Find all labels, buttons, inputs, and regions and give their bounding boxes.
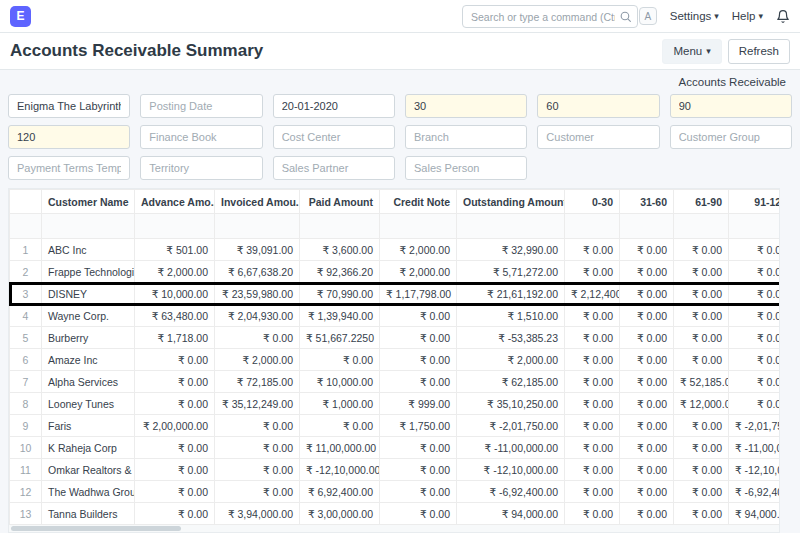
table-row[interactable]: 6Amaze Inc₹ 0.00₹ 2,000.00₹ 0.00₹ 0.00₹ … [10, 349, 781, 371]
table-row[interactable]: 4Wayne Corp.₹ 63,480.00₹ 2,04,930.00₹ 1,… [10, 305, 781, 327]
row-index[interactable]: 10 [10, 437, 42, 459]
notifications-bell-icon[interactable] [776, 9, 790, 24]
amount-cell[interactable]: ₹ 63,480.00 [135, 305, 215, 327]
amount-cell[interactable]: ₹ 0.00 [380, 305, 457, 327]
filter-payment-terms-template-input[interactable] [8, 156, 130, 180]
customer-name-cell[interactable]: ABC Inc [42, 239, 135, 261]
amount-cell[interactable]: ₹ 0.00 [620, 371, 674, 393]
amount-cell[interactable]: ₹ 0.00 [565, 393, 620, 415]
search-input[interactable] [462, 5, 638, 28]
row-index[interactable]: 2 [10, 261, 42, 283]
amount-cell[interactable]: ₹ 0.00 [674, 239, 729, 261]
row-index[interactable]: 9 [10, 415, 42, 437]
table-row[interactable]: 12The Wadhwa Group₹ 0.00₹ 0.00₹ 6,92,400… [10, 481, 781, 503]
row-index[interactable]: 11 [10, 459, 42, 481]
amount-cell[interactable]: ₹ 0.00 [215, 481, 300, 503]
amount-cell[interactable]: ₹ 1,000.00 [300, 393, 380, 415]
amount-cell[interactable]: ₹ 0.00 [729, 261, 781, 283]
amount-cell[interactable]: ₹ 11,00,000.00 [300, 437, 380, 459]
amount-cell[interactable]: ₹ 0.00 [565, 415, 620, 437]
amount-cell[interactable]: ₹ 0.00 [620, 239, 674, 261]
amount-cell[interactable]: ₹ 3,00,000.00 [300, 503, 380, 525]
amount-cell[interactable]: ₹ 0.00 [620, 481, 674, 503]
table-row[interactable]: 11Omkar Realtors & D...₹ 0.00₹ 0.00₹ -12… [10, 459, 781, 481]
amount-cell[interactable]: ₹ 0.00 [565, 327, 620, 349]
column-filter-cell[interactable] [42, 214, 135, 239]
filter-sales-partner-input[interactable] [273, 156, 395, 180]
filter-cost-center-input[interactable] [273, 125, 395, 149]
filter-customer-group-input[interactable] [670, 125, 792, 149]
amount-cell[interactable]: ₹ 0.00 [135, 371, 215, 393]
table-row[interactable]: 5Burberry₹ 1,718.00₹ 0.00₹ 51,667.2250₹ … [10, 327, 781, 349]
amount-cell[interactable]: ₹ -53,385.23 [457, 327, 565, 349]
amount-cell[interactable]: ₹ 2,000.00 [457, 349, 565, 371]
amount-cell[interactable]: ₹ -2,01,750.00 [729, 415, 781, 437]
amount-cell[interactable]: ₹ 0.00 [620, 261, 674, 283]
customer-name-cell[interactable]: Omkar Realtors & D... [42, 459, 135, 481]
filter-ageing-range-2-input[interactable] [537, 94, 659, 118]
customer-name-cell[interactable]: Frappe Technologies [42, 261, 135, 283]
amount-cell[interactable]: ₹ 1,39,940.00 [300, 305, 380, 327]
amount-cell[interactable]: ₹ 2,12,400.00 [565, 283, 620, 305]
column-header-outstanding-amount[interactable]: Outstanding Amount [457, 190, 565, 214]
amount-cell[interactable]: ₹ 0.00 [135, 349, 215, 371]
row-index[interactable]: 8 [10, 393, 42, 415]
amount-cell[interactable]: ₹ 0.00 [135, 503, 215, 525]
amount-cell[interactable]: ₹ 0.00 [380, 459, 457, 481]
amount-cell[interactable]: ₹ 0.00 [620, 305, 674, 327]
amount-cell[interactable]: ₹ 0.00 [674, 437, 729, 459]
amount-cell[interactable]: ₹ 35,12,249.00 [215, 393, 300, 415]
amount-cell[interactable]: ₹ 0.00 [380, 437, 457, 459]
amount-cell[interactable]: ₹ 2,00,000.00 [135, 415, 215, 437]
amount-cell[interactable]: ₹ -12,10,000.00 [457, 459, 565, 481]
amount-cell[interactable]: ₹ 70,990.00 [300, 283, 380, 305]
filter-territory-input[interactable] [140, 156, 262, 180]
amount-cell[interactable]: ₹ 0.00 [674, 415, 729, 437]
row-index[interactable]: 7 [10, 371, 42, 393]
amount-cell[interactable]: ₹ 0.00 [620, 459, 674, 481]
refresh-button[interactable]: Refresh [728, 39, 790, 64]
amount-cell[interactable]: ₹ 0.00 [620, 503, 674, 525]
column-filter-cell[interactable] [729, 214, 781, 239]
amount-cell[interactable]: ₹ -11,00,000.00 [457, 437, 565, 459]
filter-posting-date-input[interactable] [140, 94, 262, 118]
table-row[interactable]: 9Faris₹ 2,00,000.00₹ 0.00₹ 0.00₹ 1,750.0… [10, 415, 781, 437]
amount-cell[interactable]: ₹ -11,00,000.00 [729, 437, 781, 459]
amount-cell[interactable]: ₹ 39,091.00 [215, 239, 300, 261]
amount-cell[interactable]: ₹ 94,000.00 [729, 503, 781, 525]
amount-cell[interactable]: ₹ -6,92,400.00 [729, 481, 781, 503]
row-index[interactable]: 5 [10, 327, 42, 349]
filter-ageing-range-1-input[interactable] [405, 94, 527, 118]
row-index[interactable]: 3 [10, 283, 42, 305]
amount-cell[interactable]: ₹ 501.00 [135, 239, 215, 261]
help-menu[interactable]: Help ▾ [732, 10, 763, 22]
amount-cell[interactable]: ₹ 0.00 [565, 481, 620, 503]
table-row[interactable]: 3DISNEY₹ 10,000.00₹ 23,59,980.00₹ 70,990… [10, 283, 781, 305]
amount-cell[interactable]: ₹ 0.00 [215, 327, 300, 349]
amount-cell[interactable]: ₹ 0.00 [215, 437, 300, 459]
table-row[interactable]: 2Frappe Technologies₹ 2,000.00₹ 6,67,638… [10, 261, 781, 283]
amount-cell[interactable]: ₹ 72,185.00 [215, 371, 300, 393]
column-filter-cell[interactable] [457, 214, 565, 239]
amount-cell[interactable]: ₹ 0.00 [215, 459, 300, 481]
amount-cell[interactable]: ₹ 0.00 [565, 371, 620, 393]
amount-cell[interactable]: ₹ -12,10,000.00 [300, 459, 380, 481]
customer-name-cell[interactable]: K Raheja Corp [42, 437, 135, 459]
amount-cell[interactable]: ₹ 0.00 [674, 327, 729, 349]
amount-cell[interactable]: ₹ 0.00 [135, 459, 215, 481]
column-header-index[interactable] [10, 190, 42, 214]
amount-cell[interactable]: ₹ 0.00 [380, 503, 457, 525]
customer-name-cell[interactable]: Alpha Services [42, 371, 135, 393]
row-index[interactable]: 1 [10, 239, 42, 261]
amount-cell[interactable]: ₹ 94,000.00 [457, 503, 565, 525]
amount-cell[interactable]: ₹ 2,04,930.00 [215, 305, 300, 327]
table-row[interactable]: 7Alpha Services₹ 0.00₹ 72,185.00₹ 10,000… [10, 371, 781, 393]
amount-cell[interactable]: ₹ 0.00 [729, 371, 781, 393]
amount-cell[interactable]: ₹ 2,000.00 [215, 349, 300, 371]
customer-name-cell[interactable]: Burberry [42, 327, 135, 349]
amount-cell[interactable]: ₹ 0.00 [620, 349, 674, 371]
amount-cell[interactable]: ₹ 0.00 [565, 305, 620, 327]
table-row[interactable]: 8Looney Tunes₹ 0.00₹ 35,12,249.00₹ 1,000… [10, 393, 781, 415]
amount-cell[interactable]: ₹ 0.00 [135, 481, 215, 503]
amount-cell[interactable]: ₹ 6,92,400.00 [300, 481, 380, 503]
